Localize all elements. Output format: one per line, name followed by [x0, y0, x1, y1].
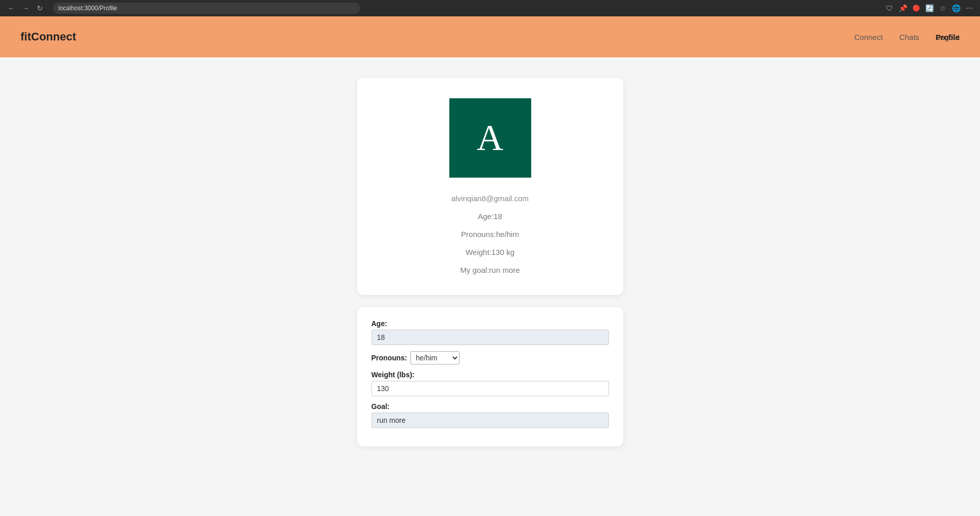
pronouns-label: Pronouns: — [372, 354, 407, 362]
avatar: A — [449, 98, 531, 178]
browser-icons: 🛡 📌 🔴 🔄 ☆ 🌐 ⋯ — [885, 4, 974, 13]
badge-icon[interactable]: 🔴 — [911, 4, 921, 13]
refresh-button[interactable]: ↻ — [35, 3, 45, 13]
address-bar[interactable]: localhost:3000/Profile — [53, 3, 360, 14]
weight-label: Weight (lbs): — [372, 371, 609, 379]
save-icon[interactable]: 📌 — [898, 4, 907, 13]
profile-age: Age:18 — [388, 212, 593, 221]
weight-group: Weight (lbs): — [372, 371, 609, 396]
menu-icon[interactable]: ⋯ — [965, 4, 974, 13]
nav-connect[interactable]: Connect — [854, 33, 883, 41]
brand-logo[interactable]: fitConnect — [20, 30, 76, 44]
logout-button[interactable]: Logout — [936, 33, 960, 41]
browser-bar: ← → ↻ localhost:3000/Profile 🛡 📌 🔴 🔄 ☆ 🌐… — [0, 0, 980, 16]
goal-label: Goal: — [372, 402, 609, 411]
nav-chats[interactable]: Chats — [899, 33, 919, 41]
pronouns-select[interactable]: he/him she/her they/them other — [410, 351, 460, 364]
avatar-letter: A — [477, 117, 504, 159]
profile-card: A alvinqian8@gmail.com Age:18 Pronouns:h… — [357, 78, 623, 295]
profile-weight: Weight:130 kg — [388, 248, 593, 256]
profile-icon[interactable]: 🌐 — [951, 4, 961, 13]
profile-email: alvinqian8@gmail.com — [388, 194, 593, 203]
pronouns-group: Pronouns: he/him she/her they/them other — [372, 351, 609, 364]
pronouns-inline-label: Pronouns: he/him she/her they/them other — [372, 351, 609, 364]
main-content: A alvinqian8@gmail.com Age:18 Pronouns:h… — [0, 57, 980, 516]
extension-icon[interactable]: 🛡 — [885, 4, 894, 13]
profile-info: alvinqian8@gmail.com Age:18 Pronouns:he/… — [388, 194, 593, 274]
age-group: Age: — [372, 319, 609, 345]
forward-button[interactable]: → — [20, 3, 31, 13]
edit-form-card: Age: Pronouns: he/him she/her they/them … — [357, 307, 623, 446]
back-button[interactable]: ← — [6, 3, 16, 13]
age-label: Age: — [372, 319, 609, 328]
address-text: localhost:3000/Profile — [58, 5, 117, 12]
navbar: fitConnect Connect Chats Profile Logout — [0, 16, 980, 57]
age-input[interactable] — [372, 330, 609, 345]
goal-group: Goal: — [372, 402, 609, 428]
star-icon[interactable]: ☆ — [938, 4, 947, 13]
profile-goal: My goal:run more — [388, 266, 593, 274]
sync-icon[interactable]: 🔄 — [925, 4, 934, 13]
goal-input[interactable] — [372, 413, 609, 428]
weight-input[interactable] — [372, 381, 609, 396]
profile-pronouns: Pronouns:he/him — [388, 230, 593, 239]
